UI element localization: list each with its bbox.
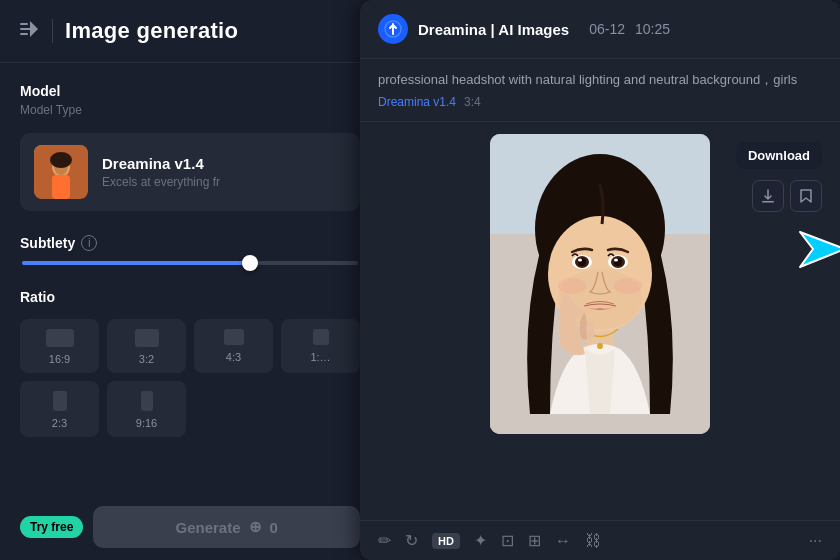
effects-icon[interactable]: ✦ (474, 531, 487, 550)
ratio-icon-169 (46, 329, 74, 347)
ratio-grid-row2: 2:3 9:16 (20, 381, 360, 437)
ratio-item-916[interactable]: 9:16 (107, 381, 186, 437)
svg-point-8 (50, 152, 72, 168)
ratio-text-23: 2:3 (52, 417, 67, 429)
download-tooltip: Download (736, 142, 822, 169)
more-icon[interactable]: ··· (809, 532, 822, 550)
svg-marker-11 (800, 232, 840, 267)
svg-point-28 (614, 278, 642, 294)
ratio-item-169[interactable]: 16:9 (20, 319, 99, 373)
ratio-text-11: 1:… (310, 351, 330, 363)
divider (52, 19, 53, 43)
edit-icon[interactable]: ✏ (378, 531, 391, 550)
ratio-text-169: 16:9 (49, 353, 70, 365)
app-name: Dreamina | AI Images (418, 21, 569, 38)
svg-point-26 (614, 259, 618, 262)
crop-icon[interactable]: ⊡ (501, 531, 514, 550)
ratio-label: Ratio (20, 289, 360, 305)
ratio-icon-11 (313, 329, 329, 345)
prompt-model-tag: Dreamina v1.4 (378, 95, 456, 109)
ratio-icon-23 (53, 391, 67, 411)
slider-fill (22, 261, 250, 265)
prompt-text: professional headshot with natural light… (378, 71, 822, 89)
left-panel: Image generatio Model Model Type Dreamin… (0, 0, 380, 560)
model-info: Dreamina v1.4 Excels at everything fr (102, 155, 346, 189)
ratio-item-32[interactable]: 3:2 (107, 319, 186, 373)
ratio-icon-32 (135, 329, 159, 347)
slider-thumb[interactable] (242, 255, 258, 271)
top-bar: Image generatio (0, 0, 380, 63)
prompt-tags: Dreamina v1.4 3:4 (378, 95, 822, 109)
download-button[interactable] (752, 180, 784, 212)
slider-track (22, 261, 358, 265)
right-panel: Dreamina | AI Images 06-12 10:25 profess… (360, 0, 840, 560)
svg-point-16 (597, 343, 603, 349)
svg-point-27 (558, 278, 586, 294)
panel-title: Image generatio (65, 18, 238, 44)
grid-icon[interactable]: ⊞ (528, 531, 541, 550)
header-date: 06-12 (589, 21, 625, 37)
try-free-badge[interactable]: Try free (20, 516, 83, 538)
svg-rect-0 (20, 23, 28, 25)
model-name: Dreamina v1.4 (102, 155, 346, 172)
hd-badge[interactable]: HD (432, 533, 460, 549)
generate-icon: ⊕ (249, 518, 262, 536)
panel-content: Model Model Type Dreamina v1.4 Excels at… (0, 63, 380, 477)
ratio-text-32: 3:2 (139, 353, 154, 365)
svg-rect-7 (52, 175, 70, 199)
refresh-icon[interactable]: ↻ (405, 531, 418, 550)
ratio-grid-row1: 16:9 3:2 4:3 1:… (20, 319, 360, 373)
svg-rect-2 (20, 33, 28, 35)
expand-icon[interactable]: ↔ (555, 532, 571, 550)
prompt-duration: 3:4 (464, 95, 481, 109)
app-icon (378, 14, 408, 44)
model-sublabel: Model Type (20, 103, 360, 117)
model-thumbnail (34, 145, 88, 199)
generate-count: 0 (270, 519, 278, 536)
model-description: Excels at everything fr (102, 175, 292, 189)
ratio-item-23[interactable]: 2:3 (20, 381, 99, 437)
svg-point-22 (578, 259, 582, 262)
ratio-item-43[interactable]: 4:3 (194, 319, 273, 373)
generate-button[interactable]: Generate ⊕ 0 (93, 506, 360, 548)
ratio-icon-43 (224, 329, 244, 345)
ratio-item-11[interactable]: 1:… (281, 319, 360, 373)
prompt-area: professional headshot with natural light… (360, 59, 840, 122)
right-header: Dreamina | AI Images 06-12 10:25 (360, 0, 840, 59)
info-icon: i (81, 235, 97, 251)
subtlety-label: Subtlety (20, 235, 75, 251)
generate-label: Generate (175, 519, 240, 536)
generate-bar: Try free Generate ⊕ 0 (0, 494, 380, 560)
image-area: Download (360, 122, 840, 446)
model-card[interactable]: Dreamina v1.4 Excels at everything fr (20, 133, 360, 211)
bottom-toolbar: ✏ ↻ HD ✦ ⊡ ⊞ ↔ ⛓ ··· (360, 520, 840, 560)
bookmark-button[interactable] (790, 180, 822, 212)
svg-rect-10 (762, 201, 774, 203)
link-icon[interactable]: ⛓ (585, 532, 601, 550)
subtlety-slider[interactable] (20, 261, 360, 265)
ratio-icon-916 (141, 391, 153, 411)
menu-icon[interactable] (20, 21, 40, 42)
svg-marker-3 (30, 21, 38, 37)
header-time: 10:25 (635, 21, 670, 37)
image-actions (752, 180, 822, 212)
model-label: Model (20, 83, 360, 99)
ai-portrait-image (490, 134, 710, 434)
cursor-arrow (795, 227, 840, 276)
ratio-text-916: 9:16 (136, 417, 157, 429)
subtlety-row: Subtlety i (20, 235, 360, 251)
ratio-text-43: 4:3 (226, 351, 241, 363)
